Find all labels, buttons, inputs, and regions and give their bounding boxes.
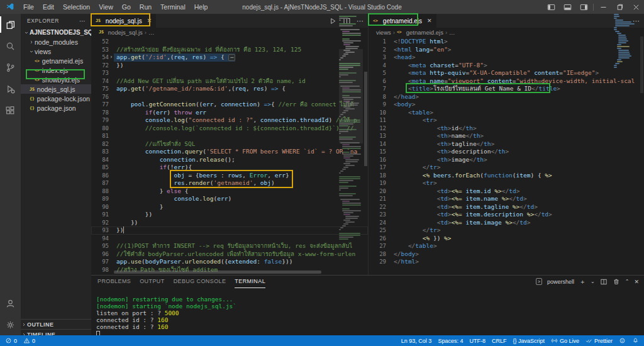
line-number[interactable]: 9 <box>369 101 386 109</box>
code-line-54[interactable]: 54›app.get('/:id',(req, res) => { ⋯ <box>91 53 368 62</box>
code-line-75[interactable]: 75 app.get('/getname_id/:name&:id',(req,… <box>91 85 368 93</box>
folded-code-badge[interactable]: ⋯ <box>228 54 235 61</box>
menu-file[interactable]: File <box>19 3 38 11</box>
line-number[interactable]: 25 <box>369 226 386 235</box>
shell-selector[interactable]: powershell <box>547 279 574 285</box>
line-number[interactable]: 12 <box>369 125 386 133</box>
code-line-52[interactable]: 52 <box>91 38 368 46</box>
activity-run-debug-icon[interactable] <box>0 78 21 99</box>
status-item-warning[interactable]: 0 <box>23 337 35 344</box>
explorer-item-nodejs-sql-js[interactable]: JSnodejs_sql.js <box>21 84 91 94</box>
vertical-scrollbar-right[interactable] <box>640 36 644 275</box>
code-line-1[interactable]: 1 <!DOCTYPE html> <box>369 38 644 46</box>
code-line-25[interactable]: 25 </tr> <box>369 226 644 235</box>
line-number[interactable]: 95 <box>91 242 109 250</box>
line-number[interactable]: 22 <box>369 203 386 211</box>
line-number[interactable]: 73 <box>91 69 109 77</box>
tab-getnameid-ejs[interactable]: <> getnameid.ejs ✕ <box>369 14 436 28</box>
code-line-93[interactable]: 93 }) <box>91 226 368 235</box>
status-item-bell[interactable] <box>632 337 639 344</box>
code-line-12[interactable]: 12 <th>id</th> <box>369 125 644 133</box>
line-number[interactable]: 81 <box>91 132 109 140</box>
line-number[interactable]: 76 <box>91 93 109 101</box>
terminal-output[interactable]: [nodemon] restarting due to changes...[n… <box>96 287 639 335</box>
line-number[interactable]: 29 <box>369 258 386 266</box>
new-terminal-icon[interactable]: ＋ <box>579 277 586 286</box>
code-editor-getnameid[interactable]: 1 <!DOCTYPE html>2 <html lang="en">3 <he… <box>369 36 644 275</box>
code-line-4[interactable]: 4 <meta charset="UTF-8"> <box>369 62 644 70</box>
sidebar-section-outline[interactable]: OUTLINE <box>21 319 91 329</box>
horizontal-scrollbar-left[interactable] <box>114 271 321 274</box>
minimap-right[interactable] <box>614 14 638 275</box>
code-line-94[interactable]: 94 <box>91 235 368 243</box>
code-line-8[interactable]: 8 </head> <box>369 93 644 101</box>
line-number[interactable]: 10 <box>369 109 386 117</box>
breadcrumb-left[interactable]: JS nodejs_sql.js› … <box>91 28 368 36</box>
status-item--javascript[interactable]: {} JavaScript <box>513 338 545 344</box>
code-line-97[interactable]: 97 app.use(bodyParser.urlencoded({extend… <box>91 258 368 266</box>
code-line-81[interactable]: 81 <box>91 132 368 140</box>
code-line-14[interactable]: 14 <th>tagline</th> <box>369 140 644 148</box>
kill-terminal-icon[interactable] <box>613 278 620 286</box>
line-number[interactable]: 1 <box>369 38 386 46</box>
code-line-13[interactable]: 13 <th>name</th> <box>369 132 644 140</box>
code-line-53[interactable]: 53 //สร้างหน้าย่อย ดึงข้อมูลเฉพาะ id ที่… <box>91 46 368 54</box>
menu-view[interactable]: View <box>94 3 118 11</box>
menu-help[interactable]: Help <box>190 3 213 11</box>
line-number[interactable]: 28 <box>369 250 386 259</box>
tab-close-icon[interactable]: ✕ <box>427 18 432 24</box>
line-number[interactable]: 7 <box>369 85 386 93</box>
line-number[interactable]: 3 <box>369 53 386 62</box>
line-number[interactable]: 79 <box>91 116 109 125</box>
line-number[interactable]: 27 <box>369 242 386 250</box>
panel-tab-output[interactable]: OUTPUT <box>140 276 164 287</box>
code-line-95[interactable]: 95 //(1)POST ทำการ INSERT --> req รับข้อ… <box>91 242 368 250</box>
line-number[interactable]: 92 <box>91 219 109 227</box>
line-number[interactable]: 17 <box>369 164 386 172</box>
code-line-79[interactable]: 79 console.log("connected id : ?", conne… <box>91 116 368 125</box>
line-number[interactable]: 90 <box>91 203 109 211</box>
menu-go[interactable]: Go <box>118 3 135 11</box>
tab-close-icon[interactable]: ✕ <box>147 18 152 24</box>
line-number[interactable]: 8 <box>369 93 386 101</box>
code-line-28[interactable]: 28 </body> <box>369 250 644 259</box>
restore-window-icon[interactable] <box>611 0 628 14</box>
line-number[interactable]: 94 <box>91 235 109 243</box>
menu-run[interactable]: Run <box>135 3 156 11</box>
code-line-20[interactable]: 20 <td><%= item.id %></td> <box>369 187 644 196</box>
toggle-panel-icon[interactable] <box>559 0 575 14</box>
line-number[interactable]: 78 <box>91 109 109 117</box>
code-line-76[interactable]: 76 <box>91 93 368 101</box>
line-number[interactable]: 89 <box>91 195 109 203</box>
code-line-77[interactable]: 77 pool.getConnection((err, connection) … <box>91 101 368 109</box>
line-number[interactable]: 53 <box>91 46 109 54</box>
line-number[interactable]: 5 <box>369 69 386 77</box>
line-number[interactable]: 4 <box>369 62 386 70</box>
line-number[interactable]: 19 <box>369 179 386 187</box>
line-number[interactable]: 23 <box>369 211 386 219</box>
line-number[interactable]: 21 <box>369 195 386 203</box>
line-number[interactable]: 13 <box>369 132 386 140</box>
code-line-90[interactable]: 90 } <box>91 203 368 211</box>
line-number[interactable]: 20 <box>369 187 386 196</box>
code-line-78[interactable]: 78 if(err) throw err <box>91 109 368 117</box>
activity-source-control-icon[interactable] <box>0 57 21 78</box>
code-line-15[interactable]: 15 <th>description</th> <box>369 148 644 156</box>
fold-chevron-icon[interactable]: › <box>109 53 114 62</box>
line-number[interactable]: 86 <box>91 172 109 180</box>
line-number[interactable]: 11 <box>369 116 386 125</box>
line-number[interactable]: 96 <box>91 250 109 259</box>
code-line-84[interactable]: 84 connection.release(); <box>91 156 368 164</box>
code-line-9[interactable]: 9 <body> <box>369 101 644 109</box>
line-number[interactable]: 24 <box>369 219 386 227</box>
status-item-feedback[interactable] <box>619 337 626 344</box>
menu-edit[interactable]: Edit <box>38 3 58 11</box>
code-line-92[interactable]: 92 }) <box>91 219 368 227</box>
line-number[interactable]: 74 <box>91 77 109 86</box>
code-line-5[interactable]: 5 <meta http-equiv="X-UA-Compatible" con… <box>369 69 644 77</box>
toggle-sidebar-icon[interactable] <box>543 0 559 14</box>
code-line-29[interactable]: 29 </html> <box>369 258 644 266</box>
maximize-panel-icon[interactable]: ⌃ <box>625 279 630 284</box>
line-number[interactable]: 82 <box>91 140 109 148</box>
code-line-96[interactable]: 96 //ใช้คำสั่ง bodyParser.urlencoded เพื… <box>91 250 368 259</box>
